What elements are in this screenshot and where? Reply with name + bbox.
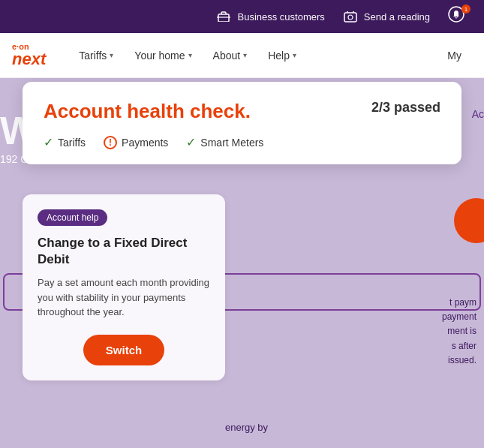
notification-count: 1 <box>461 5 470 14</box>
health-check-header: Account health check. 2/3 passed <box>44 100 440 123</box>
health-checks-list: ✓ Tariffs ! Payments ✓ Smart Meters <box>44 135 440 149</box>
check-label-smart-meters: Smart Meters <box>200 137 263 149</box>
send-reading-link[interactable]: Send a reading <box>343 9 430 24</box>
nav-help-chevron-icon: ▾ <box>293 51 296 59</box>
logo-next: next <box>12 51 46 68</box>
switch-button[interactable]: Switch <box>83 335 164 365</box>
top-bar: Business customers Send a reading 1 <box>0 0 484 33</box>
svg-rect-0 <box>218 14 229 22</box>
nav-item-my[interactable]: My <box>437 33 472 78</box>
account-help-card: Account help Change to a Fixed Direct De… <box>23 194 225 380</box>
nav-your-home-chevron-icon: ▾ <box>188 51 192 59</box>
svg-rect-2 <box>344 13 356 22</box>
health-check-title: Account health check. <box>44 100 251 123</box>
nav-about-label: About <box>213 50 241 62</box>
check-label-payments: Payments <box>122 137 168 149</box>
nav-tariffs-label: Tariffs <box>79 50 107 62</box>
health-check-panel: Account health check. 2/3 passed ✓ Tarif… <box>23 82 461 164</box>
send-reading-label: Send a reading <box>364 11 430 23</box>
check-ok-icon-tariffs: ✓ <box>44 135 53 149</box>
nav-tariffs-chevron-icon: ▾ <box>110 51 113 59</box>
business-customers-link[interactable]: Business customers <box>216 9 324 24</box>
check-item-smart-meters: ✓ Smart Meters <box>186 135 263 149</box>
business-customers-label: Business customers <box>237 11 324 23</box>
check-label-tariffs: Tariffs <box>58 137 86 149</box>
check-ok-icon-smart-meters: ✓ <box>186 135 196 149</box>
background-content: We 192 G Ac t paym payment ment is s aft… <box>0 78 484 448</box>
nav-my-label: My <box>447 50 461 62</box>
health-check-score: 2/3 passed <box>371 100 440 116</box>
check-item-payments: ! Payments <box>104 136 168 149</box>
nav-item-tariffs[interactable]: Tariffs ▾ <box>68 33 124 78</box>
nav-help-label: Help <box>268 50 290 62</box>
card-title: Change to a Fixed Direct Debit <box>38 235 210 268</box>
nav-item-about[interactable]: About ▾ <box>203 33 258 78</box>
modal-overlay: Account health check. 2/3 passed ✓ Tarif… <box>0 78 484 448</box>
meter-icon <box>343 9 358 24</box>
notification-bell[interactable]: 1 <box>448 6 469 27</box>
card-badge: Account help <box>38 209 107 226</box>
nav-items: Tariffs ▾ Your home ▾ About ▾ Help ▾ My <box>68 33 472 78</box>
nav-bar: e·on next Tariffs ▾ Your home ▾ About ▾ … <box>0 33 484 78</box>
nav-item-help[interactable]: Help ▾ <box>257 33 307 78</box>
card-description: Pay a set amount each month providing yo… <box>38 275 210 320</box>
nav-your-home-label: Your home <box>134 50 185 62</box>
check-warn-icon-payments: ! <box>104 136 117 149</box>
business-icon <box>216 9 231 24</box>
svg-point-3 <box>348 15 353 20</box>
check-item-tariffs: ✓ Tariffs <box>44 135 86 149</box>
logo[interactable]: e·on next <box>12 43 46 68</box>
nav-item-your-home[interactable]: Your home ▾ <box>124 33 202 78</box>
nav-about-chevron-icon: ▾ <box>243 51 247 59</box>
